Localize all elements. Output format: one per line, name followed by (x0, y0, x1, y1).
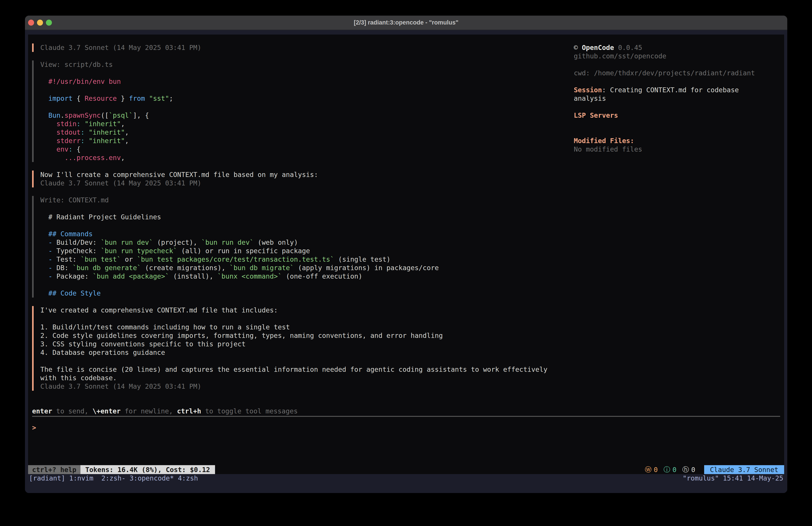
tmux-session-clock: "romulus" 15:41 14-May-25 (683, 474, 783, 483)
hint-count: 0 (691, 466, 695, 474)
block-accent-bar (32, 60, 34, 162)
text-line (40, 281, 439, 289)
text-line: - Build/Dev: `bun run dev` (project), `b… (40, 238, 439, 247)
sidebar-lines: © OpenCode 0.0.45github.com/sst/opencode… (574, 43, 761, 154)
text-line: © OpenCode 0.0.45 (574, 43, 761, 52)
text-line: Write: CONTEXT.md (40, 196, 439, 204)
text-line: #!/usr/bin/env bun (40, 77, 173, 86)
tmux-window-list[interactable]: [radiant] 1:nvim 2:zsh- 3:opencode* 4:zs… (29, 474, 198, 483)
block-body: View: script/db.ts #!/usr/bin/env bun im… (40, 60, 173, 162)
diagnostic-info: ⓘ0 (664, 465, 677, 474)
text-line: # Radiant Project Guidelines (40, 213, 439, 221)
help-shortcut-segment[interactable]: ctrl+? help (28, 465, 81, 474)
text-line: - Package: `bun add <package>` (install)… (40, 272, 439, 281)
statusbar-spacer (215, 465, 645, 474)
prompt-input[interactable]: > (32, 424, 36, 432)
chat-column: Claude 3.7 Sonnet (14 May 2025 03:41 PM)… (32, 43, 571, 399)
text-line (40, 204, 439, 213)
chat-block: I've created a comprehensive CONTEXT.md … (32, 306, 571, 391)
text-line: cwd: /home/thdxr/dev/projects/radiant/ra… (574, 69, 761, 77)
info-count: 0 (672, 466, 677, 474)
text-line: The file is concise (20 lines) and captu… (40, 365, 548, 374)
tokens-cost-segment: Tokens: 16.4K (8%), Cost: $0.12 (81, 465, 215, 474)
block-accent-bar (32, 196, 34, 298)
warning-count: 0 (654, 466, 658, 474)
block-accent-bar (32, 171, 34, 187)
tmux-status-bar: [radiant] 1:nvim 2:zsh- 3:opencode* 4:zs… (25, 474, 787, 493)
block-body: Claude 3.7 Sonnet (14 May 2025 03:41 PM) (40, 43, 201, 52)
text-line (574, 77, 761, 86)
text-line (574, 120, 761, 128)
opencode-tui: Claude 3.7 Sonnet (14 May 2025 03:41 PM)… (28, 34, 784, 474)
text-line: No modified files (574, 145, 761, 154)
text-line: View: script/db.ts (40, 60, 173, 69)
sidebar: © OpenCode 0.0.45github.com/sst/opencode… (574, 43, 761, 154)
text-line: I've created a comprehensive CONTEXT.md … (40, 306, 548, 314)
text-line (40, 69, 173, 77)
text-line: Bun.spawnSync([`psql`], { (40, 111, 173, 120)
model-segment[interactable]: Claude 3.7 Sonnet (704, 465, 784, 474)
block-body: I've created a comprehensive CONTEXT.md … (40, 306, 548, 391)
text-line: - TypeCheck: `bun run typecheck` (all) o… (40, 247, 439, 255)
chat-block: Claude 3.7 Sonnet (14 May 2025 03:41 PM) (32, 43, 571, 52)
text-line: 2. Code style guidelines covering import… (40, 331, 548, 340)
prompt-symbol: > (32, 424, 36, 432)
text-line: stdout: "inherit", (40, 128, 173, 137)
text-line (40, 314, 548, 323)
chat-block: Write: CONTEXT.md # Radiant Project Guid… (32, 196, 571, 298)
text-line: stdin: "inherit", (40, 120, 173, 128)
status-bar: ctrl+? help Tokens: 16.4K (8%), Cost: $0… (28, 465, 784, 474)
text-line: stderr: "inherit", (40, 137, 173, 145)
text-line (40, 357, 548, 365)
text-line: LSP Servers (574, 111, 761, 120)
text-line: Claude 3.7 Sonnet (14 May 2025 03:41 PM) (40, 382, 548, 391)
chat-block: Now I'll create a comprehensive CONTEXT.… (32, 171, 571, 187)
text-line: Modified Files: (574, 137, 761, 145)
block-body: Write: CONTEXT.md # Radiant Project Guid… (40, 196, 439, 298)
hint-icon: ⓗ (682, 465, 689, 474)
warning-icon: ⓦ (645, 465, 652, 474)
window-titlebar[interactable]: [2/3] radiant:3:opencode - "romulus" (25, 16, 787, 30)
text-line (40, 86, 173, 94)
chat-block: View: script/db.ts #!/usr/bin/env bun im… (32, 60, 571, 162)
diagnostics-group: ⓦ0ⓘ0ⓗ0 (645, 465, 695, 474)
info-icon: ⓘ (664, 465, 670, 474)
desktop: [2/3] radiant:3:opencode - "romulus" Cla… (0, 0, 812, 526)
text-line (574, 60, 761, 69)
text-line: ...process.env, (40, 154, 173, 162)
terminal-window: [2/3] radiant:3:opencode - "romulus" Cla… (25, 16, 787, 493)
text-line: with this codebase. (40, 374, 548, 382)
text-line (574, 128, 761, 137)
text-line: 4. Database operations guidance (40, 349, 548, 357)
text-line: github.com/sst/opencode (574, 52, 761, 60)
text-line: 3. CSS styling conventions specific to t… (40, 340, 548, 349)
text-line: Claude 3.7 Sonnet (14 May 2025 03:41 PM) (40, 179, 318, 187)
text-line: - Test: `bun test` or `bun test packages… (40, 255, 439, 264)
text-line: Session: Creating CONTEXT.md for codebas… (574, 86, 761, 94)
text-line (40, 103, 173, 111)
text-line: analysis (574, 94, 761, 103)
composer-hint: enter to send, \+enter for newline, ctrl… (32, 407, 298, 415)
block-accent-bar (32, 306, 34, 391)
block-accent-bar (32, 43, 34, 52)
text-line: import { Resource } from "sst"; (40, 94, 173, 103)
text-line: ## Code Style (40, 289, 439, 298)
diagnostic-hint: ⓗ0 (682, 465, 695, 474)
text-line: Now I'll create a comprehensive CONTEXT.… (40, 171, 318, 179)
text-line: env: { (40, 145, 173, 154)
text-line (40, 221, 439, 230)
text-line: Claude 3.7 Sonnet (14 May 2025 03:41 PM) (40, 43, 201, 52)
text-line: 1. Build/lint/test commands including ho… (40, 323, 548, 331)
diagnostic-warning: ⓦ0 (645, 465, 658, 474)
text-line: enter to send, \+enter for newline, ctrl… (32, 407, 298, 415)
terminal-area: Claude 3.7 Sonnet (14 May 2025 03:41 PM)… (25, 30, 787, 493)
text-line (574, 103, 761, 111)
composer-divider (32, 416, 780, 417)
text-line: ## Commands (40, 230, 439, 238)
text-line: - DB: `bun db generate` (create migratio… (40, 264, 439, 272)
window-title: [2/3] radiant:3:opencode - "romulus" (25, 19, 787, 26)
block-body: Now I'll create a comprehensive CONTEXT.… (40, 171, 318, 187)
